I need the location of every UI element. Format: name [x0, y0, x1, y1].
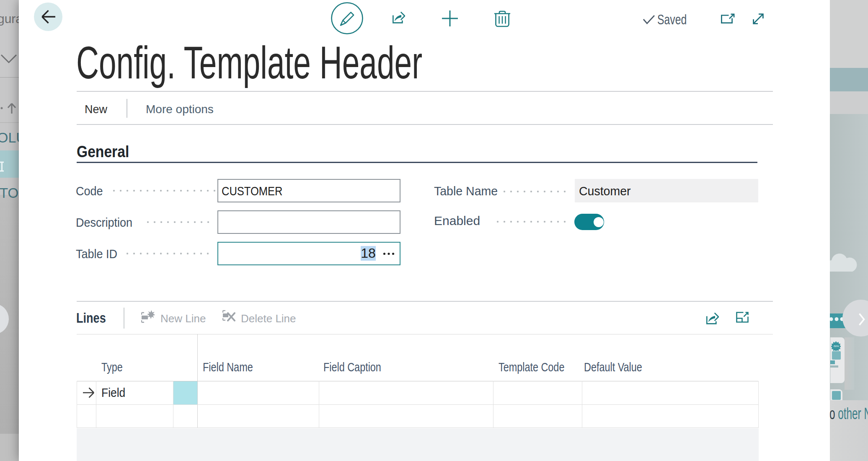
svg-text:-50%: -50%: [833, 345, 839, 347]
